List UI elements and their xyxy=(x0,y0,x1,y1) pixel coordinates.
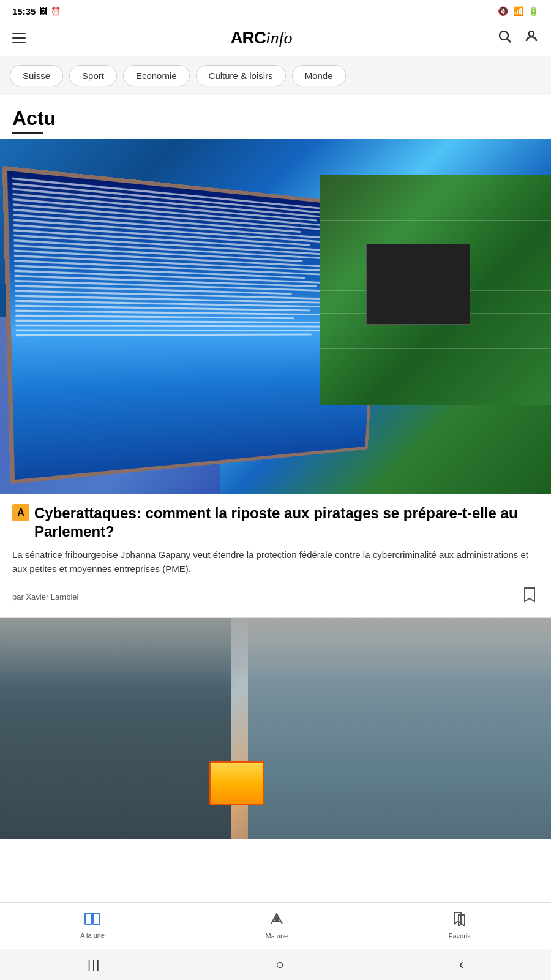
book-icon xyxy=(84,912,100,929)
nav-a-la-une-label: A la une xyxy=(80,932,105,939)
svg-rect-3 xyxy=(85,913,92,924)
article-1-content: A Cyberattaques: comment la riposte aux … xyxy=(0,494,551,617)
recents-button[interactable]: ||| xyxy=(73,953,116,977)
article-card-1[interactable]: A Cyberattaques: comment la riposte aux … xyxy=(0,139,551,618)
article-1-bookmark[interactable] xyxy=(520,584,539,609)
profile-button[interactable] xyxy=(522,26,541,50)
search-button[interactable] xyxy=(495,26,514,50)
article-1-summary: La sénatrice fribourgeoise Johanna Gapan… xyxy=(12,548,539,576)
menu-button[interactable] xyxy=(10,31,28,45)
tab-monde[interactable]: Monde xyxy=(292,65,346,86)
tab-suisse[interactable]: Suisse xyxy=(10,65,63,86)
nav-favoris-label: Favoris xyxy=(449,932,471,940)
article-2-image xyxy=(0,618,551,839)
status-bar: 15:35 🖼 ⏰ 🔇 📶 🔋 xyxy=(0,0,551,21)
article-1-image xyxy=(0,139,551,494)
category-tabs: Suisse Sport Economie Culture & loisirs … xyxy=(0,56,551,95)
wifi-icon: 📶 xyxy=(513,6,523,17)
article-1-meta: par Xavier Lambiel xyxy=(12,584,539,609)
time-display: 15:35 xyxy=(12,6,36,17)
mute-icon: 🔇 xyxy=(498,6,508,17)
nav-favoris[interactable]: Favoris xyxy=(437,909,483,942)
nav-icons xyxy=(495,26,541,50)
battery-icon: 🔋 xyxy=(528,6,539,17)
image-overlay xyxy=(0,618,551,684)
image-icon: 🖼 xyxy=(39,7,47,16)
nav-ma-une-label: Ma une xyxy=(265,932,288,940)
article-1-author: par Xavier Lambiel xyxy=(12,592,78,601)
svg-point-6 xyxy=(275,917,279,921)
tab-economie[interactable]: Economie xyxy=(123,65,190,86)
hamburger-line-1 xyxy=(12,33,26,34)
article-1-badge: A xyxy=(12,504,29,521)
logo: ARCinfo xyxy=(230,28,292,48)
article-1-title: Cyberattaques: comment la riposte aux pi… xyxy=(34,504,539,541)
top-nav: ARCinfo xyxy=(0,21,551,56)
nav-ma-une[interactable]: Ma une xyxy=(253,909,300,942)
article-card-2[interactable] xyxy=(0,618,551,839)
svg-point-0 xyxy=(500,31,508,40)
hamburger-line-2 xyxy=(12,37,26,39)
home-button[interactable]: ○ xyxy=(261,952,298,978)
tab-culture[interactable]: Culture & loisirs xyxy=(196,65,286,86)
nav-a-la-une[interactable]: A la une xyxy=(68,910,117,941)
article-1-image-bg xyxy=(0,139,551,494)
logo-info: info xyxy=(266,28,293,48)
bookmarks-icon xyxy=(452,911,468,930)
tab-sport[interactable]: Sport xyxy=(69,65,117,86)
recents-icon: ||| xyxy=(88,958,101,971)
alarm-icon: ⏰ xyxy=(51,7,61,16)
status-icons: 🔇 📶 🔋 xyxy=(498,6,539,17)
phone-item xyxy=(209,761,264,805)
pcb-chip xyxy=(366,244,470,325)
svg-rect-4 xyxy=(93,913,100,924)
home-icon: ○ xyxy=(276,957,283,972)
article-1-title-row: A Cyberattaques: comment la riposte aux … xyxy=(12,504,539,541)
section-header: Actu xyxy=(0,95,551,139)
back-icon: ‹ xyxy=(459,957,463,972)
pcb-board xyxy=(320,175,551,405)
hamburger-line-3 xyxy=(12,42,26,43)
logo-arc: ARC xyxy=(230,28,266,48)
status-time: 15:35 🖼 ⏰ xyxy=(12,6,61,17)
back-button[interactable]: ‹ xyxy=(444,952,478,978)
svg-line-1 xyxy=(507,39,511,43)
bottom-nav: A la une Ma une Favoris xyxy=(0,902,551,949)
section-underline xyxy=(12,132,43,134)
system-nav: ||| ○ ‹ xyxy=(0,949,551,980)
article-2-image-bg xyxy=(0,618,551,839)
svg-point-2 xyxy=(529,31,534,36)
ma-une-icon xyxy=(269,911,285,930)
section-title: Actu xyxy=(12,107,56,130)
